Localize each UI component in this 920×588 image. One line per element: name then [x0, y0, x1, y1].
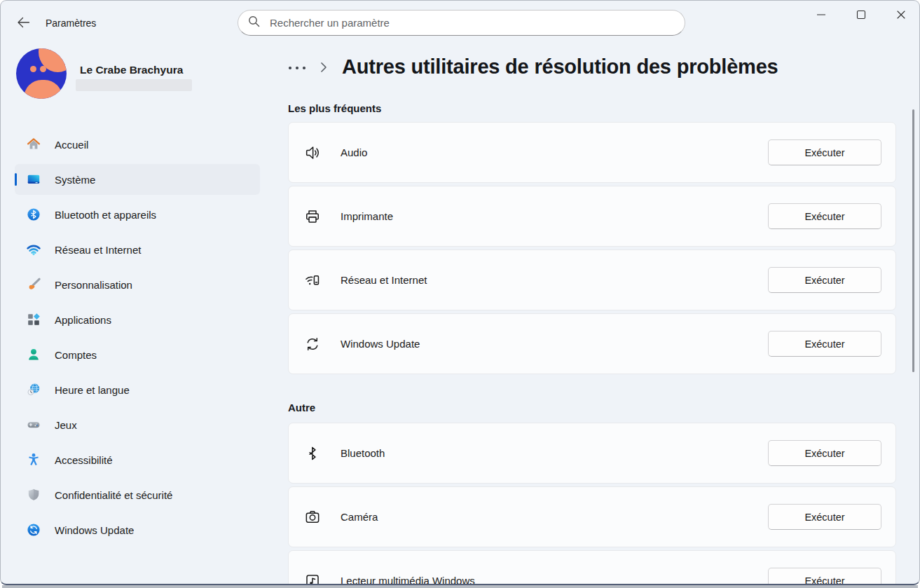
troubleshooter-label: Bluetooth — [341, 447, 385, 459]
troubleshooter-label: Imprimante — [341, 210, 393, 222]
section-heading: Les plus fréquents — [288, 102, 896, 115]
run-button-camera[interactable]: Exécuter — [768, 504, 881, 530]
breadcrumb: Autres utilitaires de résolution des pro… — [288, 50, 896, 83]
run-button-reseau-et-internet[interactable]: Exécuter — [768, 267, 881, 293]
troubleshooter-row-audio: Audio Exécuter — [288, 122, 896, 183]
troubleshooter-row-bluetooth: Bluetooth Exécuter — [288, 423, 896, 484]
troubleshooter-row-lecteur-multimedia-windows: Lecteur multimédia Windows Exécuter — [288, 550, 896, 585]
sidebar-item-accueil[interactable]: Accueil — [15, 129, 260, 160]
bluetooth-outline-icon — [303, 444, 322, 463]
breadcrumb-overflow-button[interactable] — [288, 58, 309, 75]
system-icon — [26, 172, 41, 187]
sidebar-nav: Accueil Système Bluetooth et appareils R… — [15, 129, 260, 549]
network-troubleshoot-icon — [303, 271, 322, 289]
run-button-bluetooth[interactable]: Exécuter — [768, 440, 881, 466]
windows-update-icon — [26, 522, 41, 538]
ellipsis-icon — [288, 62, 306, 72]
time-language-icon — [26, 382, 41, 397]
personalization-icon — [26, 277, 41, 292]
troubleshooter-row-reseau-et-internet: Réseau et Internet Exécuter — [288, 249, 896, 310]
accessibility-icon — [26, 452, 41, 467]
sidebar-item-reseau-et-internet[interactable]: Réseau et Internet — [15, 234, 260, 265]
media-player-icon — [303, 572, 322, 586]
troubleshooter-label: Audio — [341, 146, 367, 158]
troubleshooter-label: Windows Update — [341, 338, 420, 350]
speaker-icon — [303, 144, 322, 162]
privacy-icon — [26, 487, 41, 502]
run-button-windows-update[interactable]: Exécuter — [768, 331, 881, 357]
sections-host: Les plus fréquents Audio Exécuter Imprim… — [288, 102, 896, 585]
chevron-right-icon — [320, 62, 327, 73]
close-icon — [896, 10, 906, 22]
scrollbar-thumb[interactable] — [912, 109, 914, 372]
sidebar-item-bluetooth-et-appareils[interactable]: Bluetooth et appareils — [15, 199, 260, 230]
app-title: Paramètres — [46, 18, 96, 29]
sidebar-item-accessibilite[interactable]: Accessibilité — [15, 444, 260, 475]
bluetooth-icon — [26, 207, 41, 222]
sidebar-item-applications[interactable]: Applications — [15, 304, 260, 335]
home-icon — [26, 137, 41, 152]
user-name: Le Crabe Brachyura — [80, 64, 183, 76]
sidebar-item-comptes[interactable]: Comptes — [15, 339, 260, 370]
gaming-icon — [26, 417, 41, 432]
apps-icon — [26, 312, 41, 327]
page-title: Autres utilitaires de résolution des pro… — [342, 55, 778, 78]
troubleshooter-label: Réseau et Internet — [341, 274, 427, 286]
sidebar-item-windows-update[interactable]: Windows Update — [15, 514, 260, 545]
sync-icon — [303, 335, 322, 353]
sidebar-item-confidentialite-et-securite[interactable]: Confidentialité et sécurité — [15, 479, 260, 510]
run-button-lecteur-multimedia-windows[interactable]: Exécuter — [768, 568, 881, 585]
settings-window: Paramètres Le Crabe Brachyura Accueil — [0, 0, 920, 585]
main-content: Autres utilitaires de résolution des pro… — [288, 1, 896, 585]
troubleshooter-label: Caméra — [341, 511, 378, 523]
window-bottom-edge — [2, 585, 918, 588]
troubleshooter-label: Lecteur multimédia Windows — [341, 575, 475, 585]
sidebar-item-jeux[interactable]: Jeux — [15, 409, 260, 440]
selected-accent-bar — [15, 173, 17, 186]
camera-icon — [303, 508, 322, 526]
troubleshooter-row-imprimante: Imprimante Exécuter — [288, 186, 896, 247]
troubleshooter-section: Autre Bluetooth Exécuter Caméra Exécuter… — [288, 401, 896, 585]
sidebar-item-heure-et-langue[interactable]: Heure et langue — [15, 374, 260, 405]
accounts-icon — [26, 347, 41, 362]
back-arrow-icon — [17, 17, 30, 30]
troubleshooter-row-camera: Caméra Exécuter — [288, 486, 896, 547]
back-button[interactable] — [11, 11, 36, 36]
avatar — [16, 48, 67, 99]
troubleshooter-section: Les plus fréquents Audio Exécuter Imprim… — [288, 102, 896, 374]
run-button-audio[interactable]: Exécuter — [768, 139, 881, 165]
sidebar-item-personnalisation[interactable]: Personnalisation — [15, 269, 260, 300]
run-button-imprimante[interactable]: Exécuter — [768, 203, 881, 229]
printer-icon — [303, 207, 322, 226]
search-icon — [248, 15, 260, 30]
troubleshooter-row-windows-update: Windows Update Exécuter — [288, 313, 896, 374]
section-heading: Autre — [288, 401, 896, 414]
sidebar-item-systeme[interactable]: Système — [15, 164, 260, 195]
network-icon — [26, 242, 41, 257]
user-info-skeleton — [76, 79, 192, 91]
